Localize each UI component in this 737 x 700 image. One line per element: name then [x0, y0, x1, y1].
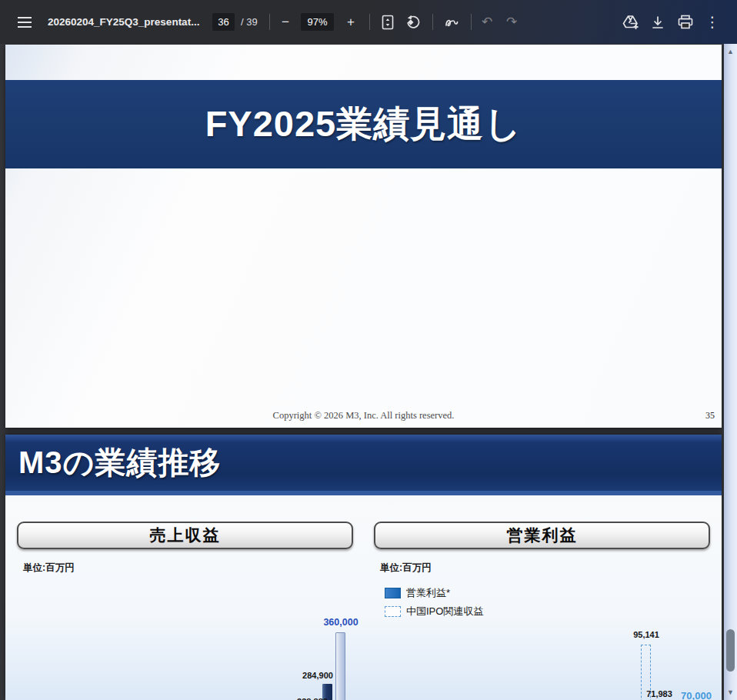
zoom-in-button[interactable]: + — [341, 0, 361, 44]
revenue-bar-360000-forecast — [335, 632, 345, 700]
copyright-text: Copyright © 2026 M3, Inc. All rights res… — [5, 410, 722, 422]
redo-button[interactable]: ↷ — [502, 0, 522, 44]
revenue-panel-header: 売上収益 — [17, 522, 353, 549]
fit-page-icon — [382, 15, 394, 30]
zoom-out-button[interactable]: − — [275, 0, 295, 44]
slide-page-number: 35 — [705, 410, 715, 422]
rotate-button[interactable] — [402, 0, 424, 44]
bar-label: 284,900 — [295, 671, 340, 680]
slide-title: FY2025業績見通し — [205, 100, 522, 148]
document-title: 20260204_FY25Q3_presentat... — [48, 0, 205, 44]
bar-label-overlay: 95,141 — [624, 630, 669, 639]
page-number-input[interactable] — [212, 13, 235, 31]
zoom-level-input[interactable] — [301, 13, 334, 31]
rotate-counterclockwise-icon — [405, 15, 421, 30]
print-button[interactable] — [675, 0, 696, 44]
profit-chart-legend: 営業利益* 中国IPO関連収益 — [385, 586, 483, 623]
kebab-menu-icon: ⋮ — [705, 15, 720, 29]
redo-icon: ↷ — [506, 15, 517, 28]
more-options-button[interactable]: ⋮ — [702, 0, 722, 44]
download-icon — [651, 15, 665, 29]
profit-panel-header: 営業利益 — [374, 522, 710, 549]
pdf-page-37: M3の業績推移 売上収益 営業利益 単位:百万円 単位:百万円 営業利益* 中国… — [5, 435, 722, 700]
menu-button[interactable] — [14, 0, 35, 44]
legend-label: 営業利益* — [406, 586, 450, 600]
toolbar-divider — [432, 14, 433, 30]
undo-button[interactable]: ↶ — [477, 0, 497, 44]
printer-icon — [678, 15, 693, 29]
bar-label-forecast: 360,000 — [318, 617, 363, 628]
pdf-toolbar: 20260204_FY25Q3_presentat... / 39 − + — [0, 0, 737, 44]
slide-title-band: FY2025業績見通し — [5, 80, 722, 168]
drive-add-icon — [622, 15, 639, 30]
toolbar-divider — [269, 14, 270, 30]
legend-swatch-operating-profit — [385, 588, 401, 598]
slide-title: M3の業績推移 — [5, 442, 222, 484]
legend-swatch-china-ipo — [385, 606, 401, 617]
scroll-down-button[interactable]: ▼ — [724, 686, 737, 698]
toolbar-divider — [471, 14, 472, 30]
download-button[interactable] — [647, 0, 669, 44]
annotate-button[interactable] — [440, 0, 463, 44]
profit-panel-title: 営業利益 — [507, 525, 578, 546]
bar-label: 238,883 — [290, 697, 335, 700]
undo-icon: ↶ — [482, 15, 492, 28]
revenue-panel-title: 売上収益 — [150, 525, 221, 546]
legend-label: 中国IPO関連収益 — [406, 605, 483, 618]
legend-item: 中国IPO関連収益 — [385, 605, 483, 618]
ink-annotate-icon — [443, 15, 460, 29]
fit-page-button[interactable] — [377, 0, 399, 44]
legend-item: 営業利益* — [385, 586, 483, 600]
revenue-unit-label: 単位:百万円 — [23, 562, 75, 575]
scrollbar-thumb[interactable] — [726, 629, 735, 672]
page-count: / 39 — [241, 0, 258, 44]
minus-icon: − — [282, 15, 289, 28]
slide-header-band: M3の業績推移 — [5, 435, 722, 495]
document-area[interactable]: FY2025業績見通し Copyright © 2026 M3, Inc. Al… — [0, 44, 737, 700]
vertical-scrollbar[interactable]: ▲ ▼ — [724, 44, 737, 700]
triangle-down-icon: ▼ — [727, 688, 734, 696]
profit-unit-label: 単位:百万円 — [380, 562, 432, 575]
triangle-up-icon: ▲ — [727, 48, 734, 55]
scroll-up-button[interactable]: ▲ — [724, 45, 737, 58]
bar-label-forecast: 70,000 — [674, 690, 719, 700]
save-to-drive-button[interactable] — [620, 0, 642, 44]
toolbar-divider — [369, 14, 370, 30]
pdf-page-36: FY2025業績見通し Copyright © 2026 M3, Inc. Al… — [5, 45, 722, 428]
page-number-field[interactable] — [212, 0, 235, 44]
hamburger-icon — [18, 17, 32, 28]
zoom-level-field[interactable] — [301, 0, 334, 44]
plus-icon: + — [347, 15, 355, 28]
pdf-viewer-window: 20260204_FY25Q3_presentat... / 39 − + — [0, 0, 737, 700]
